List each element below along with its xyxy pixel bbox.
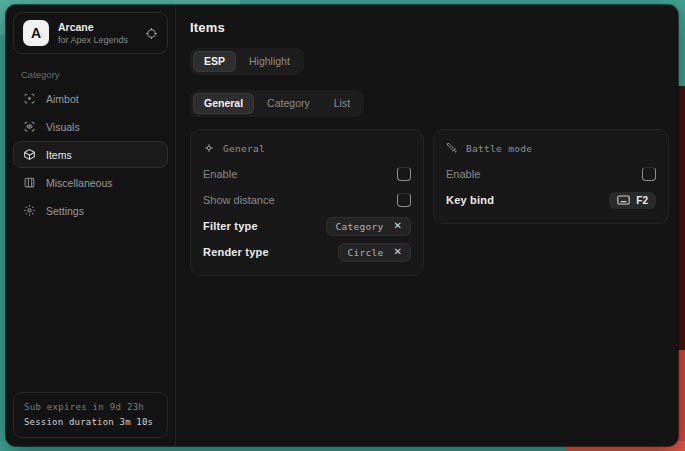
tab-general[interactable]: General xyxy=(193,93,254,114)
settings-gear-icon xyxy=(23,204,36,217)
enable-checkbox[interactable] xyxy=(397,167,411,181)
sidebar-item-label: Aimbot xyxy=(46,93,79,105)
show-distance-checkbox[interactable] xyxy=(397,193,411,207)
setting-label: Key bind xyxy=(446,194,494,206)
sidebar-item-miscellaneous[interactable]: Miscellaneous xyxy=(13,169,168,196)
setting-row-enable: Enable xyxy=(446,161,656,187)
tab-highlight[interactable]: Highlight xyxy=(238,51,301,72)
select-value: Category xyxy=(335,221,383,232)
setting-label: Filter type xyxy=(203,220,258,232)
panel-title: General xyxy=(223,143,265,154)
mode-tab-group: ESP Highlight xyxy=(190,48,304,75)
aimbot-crosshair-icon xyxy=(23,92,36,105)
key-bind-button[interactable]: F2 xyxy=(609,192,656,209)
crosshair-icon[interactable] xyxy=(145,27,158,40)
brand-title: Arcane xyxy=(58,21,136,34)
setting-label: Show distance xyxy=(203,194,275,206)
panel-battle-header: Battle mode xyxy=(446,142,656,154)
setting-row-show-distance: Show distance xyxy=(203,187,411,213)
clear-x-icon[interactable]: ✕ xyxy=(394,221,402,231)
setting-label: Render type xyxy=(203,246,269,258)
tab-esp[interactable]: ESP xyxy=(193,51,236,72)
select-value: Circle xyxy=(347,247,383,258)
clear-x-icon[interactable]: ✕ xyxy=(394,247,402,257)
keyboard-icon xyxy=(617,195,630,205)
setting-row-filter-type: Filter type Category ✕ xyxy=(203,213,411,239)
setting-label: Enable xyxy=(203,168,237,180)
arcane-window: A Arcane for Apex Legends Category Aimbo… xyxy=(6,5,678,446)
setting-row-render-type: Render type Circle ✕ xyxy=(203,239,411,265)
session-duration-text: Session duration 3m 10s xyxy=(24,415,157,429)
panels-row: General Enable Show distance Filter type… xyxy=(190,129,669,276)
sword-icon xyxy=(446,142,458,154)
sidebar-item-label: Miscellaneous xyxy=(46,177,113,189)
setting-row-key-bind: Key bind F2 xyxy=(446,187,656,213)
items-box-icon xyxy=(23,148,36,161)
sidebar-item-settings[interactable]: Settings xyxy=(13,197,168,224)
main-content: Items ESP Highlight General Category Lis… xyxy=(176,5,678,446)
sidebar-item-items[interactable]: Items xyxy=(13,141,168,168)
sidebar: A Arcane for Apex Legends Category Aimbo… xyxy=(6,5,176,446)
session-card: Sub expires in 9d 23h Session duration 3… xyxy=(13,392,168,438)
render-type-select[interactable]: Circle ✕ xyxy=(338,243,411,262)
setting-row-enable: Enable xyxy=(203,161,411,187)
tab-category[interactable]: Category xyxy=(256,93,321,114)
sidebar-item-label: Settings xyxy=(46,205,84,217)
brand-card: A Arcane for Apex Legends xyxy=(13,12,168,54)
key-bind-value: F2 xyxy=(636,195,648,206)
setting-label: Enable xyxy=(446,168,480,180)
sidebar-item-aimbot[interactable]: Aimbot xyxy=(13,85,168,112)
brand-text: Arcane for Apex Legends xyxy=(58,21,136,46)
view-tab-group: General Category List xyxy=(190,90,364,117)
page-title: Items xyxy=(190,20,669,35)
scan-crosshair-icon xyxy=(203,142,215,154)
panel-general: General Enable Show distance Filter type… xyxy=(190,129,424,276)
miscellaneous-grid-icon xyxy=(23,176,36,189)
brand-subtitle: for Apex Legends xyxy=(58,34,136,46)
visuals-eye-icon xyxy=(23,120,36,133)
brand-logo: A xyxy=(23,20,49,46)
panel-battle-mode: Battle mode Enable Key bind F2 xyxy=(433,129,669,224)
panel-general-header: General xyxy=(203,142,411,154)
filter-type-select[interactable]: Category ✕ xyxy=(326,217,411,236)
sidebar-nav: Aimbot Visuals Items xyxy=(13,85,168,224)
category-label: Category xyxy=(21,69,168,80)
sidebar-item-label: Items xyxy=(46,149,72,161)
sub-expiry-text: Sub expires in 9d 23h xyxy=(24,400,157,415)
panel-title: Battle mode xyxy=(466,143,532,154)
sidebar-item-label: Visuals xyxy=(46,121,80,133)
sidebar-item-visuals[interactable]: Visuals xyxy=(13,113,168,140)
tab-list[interactable]: List xyxy=(323,93,361,114)
battle-enable-checkbox[interactable] xyxy=(642,167,656,181)
